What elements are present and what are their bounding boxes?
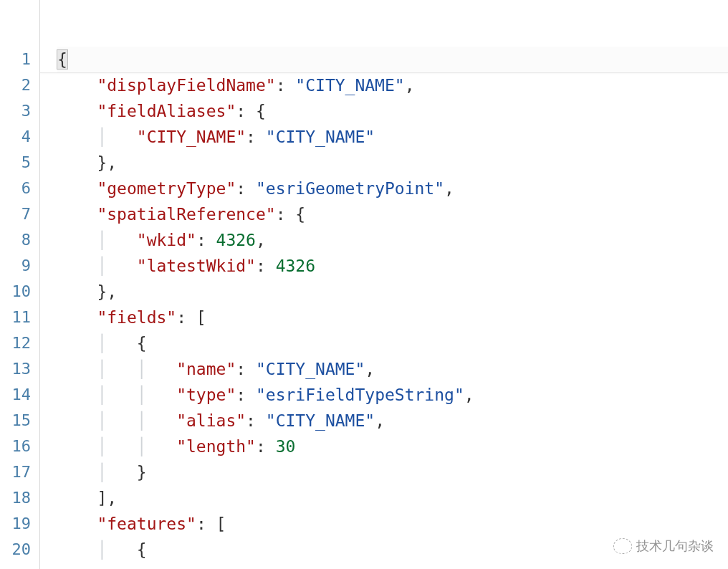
code-line[interactable]: ], xyxy=(57,485,728,511)
json-key: "fields" xyxy=(97,308,176,327)
code-line[interactable]: │ } xyxy=(57,459,728,485)
code-content[interactable]: { "displayFieldName": "CITY_NAME", "fiel… xyxy=(39,0,728,569)
line-number: 11 xyxy=(0,305,39,330)
code-line[interactable]: "spatialReference": { xyxy=(57,201,728,227)
code-line[interactable]: │ "wkid": 4326, xyxy=(57,227,728,253)
json-key: "displayFieldName" xyxy=(97,76,275,95)
line-number: 14 xyxy=(0,382,39,408)
line-number: 17 xyxy=(0,459,39,485)
bracket-close: ], xyxy=(97,489,117,507)
line-number: 3 xyxy=(0,98,39,124)
line-number: 16 xyxy=(0,434,39,459)
brace-close: }, xyxy=(97,282,117,301)
brace-close: } xyxy=(137,463,147,482)
line-number: 5 xyxy=(0,150,39,176)
json-string: "CITY_NAME" xyxy=(256,360,365,378)
line-number: 12 xyxy=(0,330,39,356)
code-line[interactable]: │ { xyxy=(57,537,728,563)
line-number: 20 xyxy=(0,537,39,563)
json-key: "features" xyxy=(97,515,196,533)
json-key: "type" xyxy=(176,386,236,404)
json-number: 4326 xyxy=(216,231,256,249)
line-number-gutter: 1 2 3 4 5 6 7 8 9 10 11 12 13 14 15 16 1… xyxy=(0,0,39,569)
json-string: "esriFieldTypeString" xyxy=(256,386,464,404)
line-number: 13 xyxy=(0,356,39,382)
json-string: "CITY_NAME" xyxy=(266,128,375,146)
code-line[interactable]: │ "latestWkid": 4326 xyxy=(57,253,728,279)
line-number: 8 xyxy=(0,227,39,253)
json-string: "esriGeometryPoint" xyxy=(256,179,444,198)
code-line[interactable]: "features": [ xyxy=(57,511,728,537)
json-key: "name" xyxy=(176,360,236,378)
brace-open: { xyxy=(137,540,147,559)
line-number: 1 xyxy=(0,47,39,72)
code-line[interactable]: }, xyxy=(57,150,728,176)
code-line[interactable]: │ { xyxy=(57,330,728,356)
code-line[interactable]: "geometryType": "esriGeometryPoint", xyxy=(57,176,728,201)
line-number: 18 xyxy=(0,485,39,511)
code-editor[interactable]: 1 2 3 4 5 6 7 8 9 10 11 12 13 14 15 16 1… xyxy=(0,0,728,569)
json-key: "spatialReference" xyxy=(97,205,275,224)
line-number: 2 xyxy=(0,72,39,98)
code-line[interactable]: }, xyxy=(57,279,728,305)
json-key: "length" xyxy=(176,437,256,456)
json-string: "CITY_NAME" xyxy=(266,411,375,430)
brace-close: }, xyxy=(97,153,117,172)
brace-open: { xyxy=(137,334,147,353)
line-number: 9 xyxy=(0,253,39,279)
code-line[interactable]: "fields": [ xyxy=(57,305,728,330)
json-number: 30 xyxy=(276,437,296,456)
line-number: 10 xyxy=(0,279,39,305)
line-number: 4 xyxy=(0,124,39,150)
code-line[interactable]: "fieldAliases": { xyxy=(57,98,728,124)
json-key: "latestWkid" xyxy=(137,257,256,275)
json-key: "fieldAliases" xyxy=(97,102,236,120)
line-number: 19 xyxy=(0,511,39,537)
code-line[interactable]: │ │ "length": 30 xyxy=(57,434,728,459)
json-key: "alias" xyxy=(176,411,246,430)
json-key: "CITY_NAME" xyxy=(137,128,246,146)
brace-open: { xyxy=(57,50,67,69)
line-number: 6 xyxy=(0,176,39,201)
code-line[interactable]: │ │ "alias": "CITY_NAME", xyxy=(57,408,728,434)
code-line[interactable]: { xyxy=(57,47,728,72)
code-line[interactable]: │ │ "name": "CITY_NAME", xyxy=(57,356,728,382)
line-number: 15 xyxy=(0,408,39,434)
json-string: "CITY_NAME" xyxy=(295,76,404,95)
line-number: 7 xyxy=(0,201,39,227)
json-number: 4326 xyxy=(276,257,315,275)
code-line[interactable]: │ "CITY_NAME": "CITY_NAME" xyxy=(57,124,728,150)
code-line[interactable]: "displayFieldName": "CITY_NAME", xyxy=(57,72,728,98)
json-key: "geometryType" xyxy=(97,179,236,198)
code-line[interactable]: │ │ "type": "esriFieldTypeString", xyxy=(57,382,728,408)
json-key: "wkid" xyxy=(137,231,196,249)
